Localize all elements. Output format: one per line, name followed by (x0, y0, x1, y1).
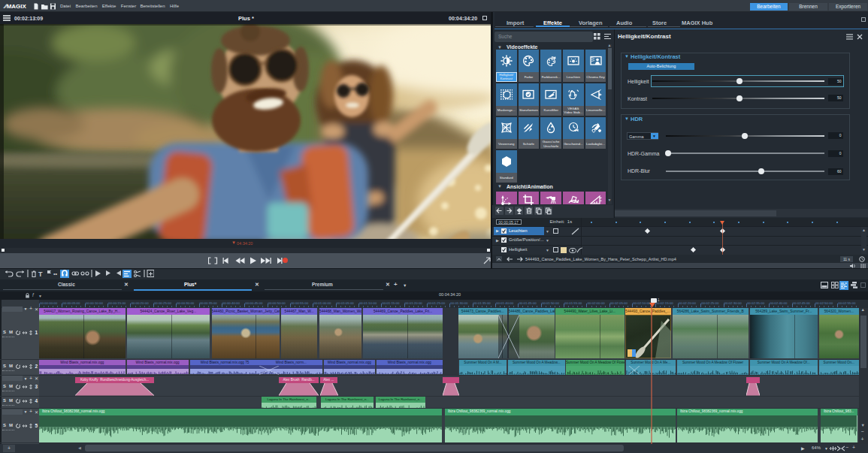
svg-text:••: •• (53, 271, 57, 276)
svg-text:T: T (38, 270, 43, 278)
